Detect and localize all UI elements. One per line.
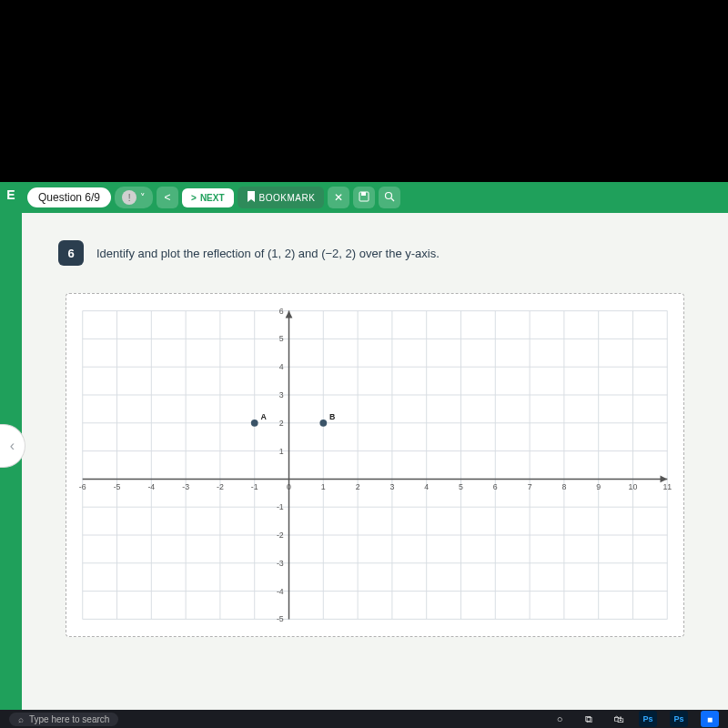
chevron-left-icon: <: [165, 191, 171, 204]
svg-line-3: [391, 198, 394, 201]
svg-text:6: 6: [493, 482, 498, 491]
save-icon: [359, 191, 369, 205]
top-toolbar: Question 6/9 ! ˅ < > NEXT BOOKMARK ✕: [22, 182, 728, 213]
taskbar-search[interactable]: ⌕ Type here to search: [9, 713, 118, 726]
alert-icon: !: [122, 190, 136, 205]
question-text: Identify and plot the reflection of (1, …: [96, 247, 440, 260]
svg-text:-2: -2: [277, 531, 284, 540]
svg-text:-3: -3: [277, 559, 284, 568]
app-window: E ‹ Question 6/9 ! ˅ < > NEXT BOOKMARK: [0, 182, 728, 710]
bookmark-label: BOOKMARK: [259, 193, 316, 203]
prev-button[interactable]: <: [157, 187, 178, 208]
question-area: 6 Identify and plot the reflection of (1…: [22, 213, 728, 710]
question-header: 6 Identify and plot the reflection of (1…: [58, 240, 692, 266]
chevron-left-icon: ‹: [10, 438, 15, 454]
search-icon: ⌕: [18, 714, 24, 724]
chevron-down-icon: ˅: [140, 192, 146, 204]
save-button[interactable]: [353, 187, 375, 208]
alert-dropdown[interactable]: ! ˅: [115, 187, 153, 208]
svg-text:-1: -1: [251, 482, 258, 491]
close-button[interactable]: ✕: [328, 187, 349, 208]
svg-text:7: 7: [528, 482, 532, 491]
bookmark-button[interactable]: BOOKMARK: [238, 187, 325, 208]
svg-point-69: [319, 420, 327, 427]
chevron-right-icon: >: [191, 193, 197, 203]
svg-text:-5: -5: [277, 614, 284, 623]
svg-text:-1: -1: [277, 502, 284, 511]
coordinate-plane[interactable]: -6-5-4-3-2-101234567891011123456-1-2-3-4…: [74, 301, 676, 629]
svg-text:A: A: [261, 412, 268, 421]
close-icon: ✕: [334, 191, 343, 204]
svg-text:-3: -3: [182, 482, 189, 491]
svg-text:2: 2: [356, 482, 360, 491]
letterbox-top: [0, 0, 728, 182]
camera-icon[interactable]: ■: [701, 711, 719, 727]
svg-text:11: 11: [662, 482, 672, 491]
svg-text:0: 0: [287, 482, 291, 491]
windows-taskbar: ⌕ Type here to search ○ ⧉ 🛍 Ps Ps ■: [0, 710, 728, 728]
next-button[interactable]: > NEXT: [182, 188, 234, 207]
svg-marker-37: [286, 311, 293, 318]
svg-text:3: 3: [389, 482, 394, 491]
svg-text:5: 5: [459, 482, 463, 491]
svg-text:9: 9: [596, 482, 601, 491]
photoshop-icon-2[interactable]: Ps: [670, 711, 688, 727]
svg-text:-2: -2: [217, 482, 224, 491]
graph-container[interactable]: -6-5-4-3-2-101234567891011123456-1-2-3-4…: [66, 293, 684, 637]
svg-text:-5: -5: [114, 482, 121, 491]
search-button[interactable]: [379, 187, 400, 208]
svg-text:5: 5: [279, 334, 284, 343]
svg-point-67: [251, 420, 258, 427]
brand-logo: E: [6, 187, 15, 202]
svg-text:4: 4: [279, 362, 284, 371]
taskview-icon[interactable]: ⧉: [581, 711, 597, 727]
svg-text:3: 3: [279, 390, 284, 399]
svg-point-2: [386, 192, 392, 198]
svg-text:-4: -4: [147, 482, 155, 491]
svg-text:8: 8: [561, 482, 566, 491]
svg-text:1: 1: [279, 447, 284, 456]
svg-text:-4: -4: [277, 587, 284, 596]
next-label: NEXT: [200, 193, 225, 203]
bookmark-icon: [247, 191, 256, 204]
svg-text:2: 2: [279, 419, 284, 428]
content-column: Question 6/9 ! ˅ < > NEXT BOOKMARK ✕: [22, 182, 728, 710]
cortana-icon[interactable]: ○: [551, 711, 568, 727]
svg-text:4: 4: [424, 482, 429, 491]
search-icon: [384, 191, 395, 205]
question-counter[interactable]: Question 6/9: [27, 187, 111, 207]
svg-text:1: 1: [321, 482, 326, 491]
store-icon[interactable]: 🛍: [610, 711, 626, 727]
search-placeholder: Type here to search: [29, 714, 109, 724]
svg-text:-6: -6: [79, 482, 86, 491]
svg-text:10: 10: [629, 482, 638, 491]
question-number-badge: 6: [58, 240, 84, 266]
photoshop-icon[interactable]: Ps: [639, 711, 657, 727]
svg-text:B: B: [329, 412, 335, 421]
svg-rect-1: [361, 192, 366, 196]
svg-text:6: 6: [279, 307, 284, 316]
